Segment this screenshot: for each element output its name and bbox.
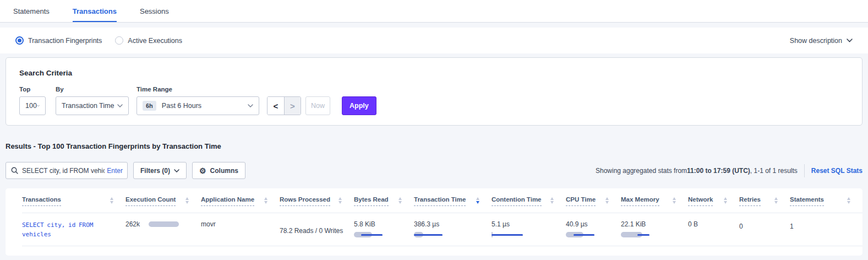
- radio-label: Transaction Fingerprints: [28, 37, 102, 45]
- results-title: Results - Top 100 Transaction Fingerprin…: [6, 142, 868, 150]
- table-cell-transaction-time: 386.3 µs: [414, 220, 492, 238]
- column-header-statements: Statements: [790, 196, 862, 206]
- search-input[interactable]: [22, 167, 105, 175]
- sort-icon[interactable]: [673, 196, 676, 204]
- filters-button[interactable]: Filters (0): [133, 162, 187, 179]
- now-button[interactable]: Now: [305, 96, 330, 115]
- transaction-fingerprint-link[interactable]: SELECT city, id FROM vehicles: [22, 220, 110, 239]
- column-header-network: Network: [688, 196, 739, 206]
- column-header-transactions: Transactions: [22, 196, 125, 206]
- sort-icon[interactable]: [774, 196, 778, 204]
- tab-transactions[interactable]: Transactions: [73, 1, 117, 22]
- sort-icon[interactable]: [110, 196, 113, 204]
- stats-suffix: , 1-1 of 1 results: [750, 167, 798, 175]
- show-description-toggle[interactable]: Show description: [790, 37, 853, 45]
- radio-active-executions[interactable]: Active Executions: [115, 36, 182, 45]
- top-label: Top: [19, 86, 56, 93]
- time-range-value: Past 6 Hours: [162, 102, 201, 110]
- by-field: By Transaction Time: [56, 86, 137, 115]
- bytes-read-bar: [354, 231, 388, 238]
- radio-unselected-icon[interactable]: [115, 36, 123, 45]
- sort-icon[interactable]: [847, 196, 850, 204]
- table-cell-rows-processed: 78.2 Reads / 0 Writes: [280, 220, 354, 235]
- chevron-down-icon: [174, 169, 179, 172]
- filters-label: Filters (0): [140, 167, 170, 175]
- column-header-application-name: Application Name: [201, 196, 280, 206]
- sort-icon[interactable]: [185, 196, 189, 204]
- column-header-execution-count: Execution Count: [125, 196, 201, 206]
- by-label: By: [56, 86, 137, 93]
- table-cell-network: 0 B: [688, 220, 739, 228]
- top-tab-bar: Statements Transactions Sessions: [0, 0, 868, 23]
- transactions-table: Transactions Execution Count Application…: [6, 188, 862, 256]
- time-range-select[interactable]: 6h Past 6 Hours: [137, 96, 259, 115]
- previous-time-window-button[interactable]: <: [268, 97, 284, 115]
- application-name-value: movr: [201, 220, 216, 228]
- top-select[interactable]: 100: [19, 96, 46, 115]
- time-range-badge: 6h: [143, 101, 156, 111]
- search-icon: [11, 167, 18, 174]
- enter-hint[interactable]: Enter: [107, 167, 123, 175]
- sort-icon[interactable]: [398, 196, 402, 204]
- table-cell-application-name: movr: [201, 220, 280, 228]
- apply-button[interactable]: Apply: [342, 96, 376, 115]
- sort-icon[interactable]: [550, 196, 554, 204]
- sort-icon[interactable]: [605, 196, 609, 204]
- search-criteria-controls: Top 100 By Transaction Time Time Range 6…: [19, 86, 849, 115]
- time-range-label: Time Range: [137, 86, 259, 93]
- table-cell-bytes-read: 5.8 KiB: [354, 220, 414, 238]
- table-cell-statements: 1: [790, 220, 862, 230]
- column-header-transaction-time: Transaction Time: [414, 196, 492, 206]
- cpu-time-value: 40.9 µs: [566, 220, 613, 228]
- column-header-rows-processed: Rows Processed: [280, 196, 354, 206]
- next-time-window-button[interactable]: >: [284, 97, 301, 115]
- aggregated-stats-text: Showing aggregated stats from 11:00 to 1…: [596, 164, 862, 177]
- column-header-cpu-time: CPU Time: [566, 196, 621, 206]
- columns-button[interactable]: ⚙ Columns: [192, 162, 245, 179]
- sort-icon[interactable]: [264, 196, 268, 204]
- reset-sql-stats-link[interactable]: Reset SQL Stats: [811, 167, 862, 175]
- show-description-label: Show description: [790, 37, 842, 45]
- stats-prefix: Showing aggregated stats from: [596, 167, 687, 175]
- top-select-value: 100: [25, 102, 37, 110]
- contention-time-value: 5.1 µs: [492, 220, 558, 228]
- view-toggle-bar: Transaction Fingerprints Active Executio…: [0, 28, 868, 53]
- tab-sessions[interactable]: Sessions: [140, 1, 169, 22]
- transaction-time-value: 386.3 µs: [414, 220, 484, 228]
- column-header-contention-time: Contention Time: [492, 196, 566, 206]
- radio-transaction-fingerprints[interactable]: Transaction Fingerprints: [15, 36, 102, 45]
- table-cell-contention-time: 5.1 µs: [492, 220, 566, 238]
- by-select-value: Transaction Time: [62, 102, 114, 110]
- network-value: 0 B: [688, 220, 698, 228]
- tab-statements[interactable]: Statements: [13, 1, 50, 22]
- contention-time-bar: [492, 231, 526, 238]
- by-select[interactable]: Transaction Time: [56, 96, 129, 115]
- cpu-time-bar: [566, 231, 600, 238]
- table-cell-transaction: SELECT city, id FROM vehicles: [22, 220, 125, 239]
- table-cell-max-memory: 22.1 KiB: [621, 220, 688, 238]
- sql-search-box[interactable]: Enter: [6, 162, 128, 179]
- search-criteria-title: Search Criteria: [19, 69, 849, 77]
- radio-selected-icon[interactable]: [15, 36, 24, 45]
- bytes-read-value: 5.8 KiB: [354, 220, 406, 228]
- gear-icon: ⚙: [199, 167, 206, 175]
- top-field: Top 100: [19, 86, 56, 115]
- radio-label: Active Executions: [128, 37, 182, 45]
- retries-value: 0: [739, 223, 743, 230]
- time-range-field: Time Range 6h Past 6 Hours: [137, 86, 259, 115]
- time-window-arrows: < >: [267, 96, 301, 115]
- sort-icon[interactable]: [339, 196, 342, 204]
- table-row[interactable]: SELECT city, id FROM vehicles 262k movr …: [22, 213, 862, 246]
- chevron-down-icon: [37, 104, 40, 107]
- vertical-divider: [804, 164, 805, 177]
- transaction-time-bar: [414, 231, 448, 238]
- column-header-max-memory: Max Memory: [621, 196, 688, 206]
- sort-icon[interactable]: [724, 196, 727, 204]
- execution-count-bar: [149, 221, 179, 227]
- stats-time-window: 11:00 to 17:59 (UTC): [687, 167, 750, 175]
- sort-icon-descending[interactable]: [476, 196, 479, 204]
- chevron-down-icon: [248, 104, 253, 107]
- search-criteria-card: Search Criteria Top 100 By Transaction T…: [6, 57, 862, 126]
- execution-count-value: 262k: [125, 220, 140, 228]
- table-cell-retries: 0: [739, 220, 790, 230]
